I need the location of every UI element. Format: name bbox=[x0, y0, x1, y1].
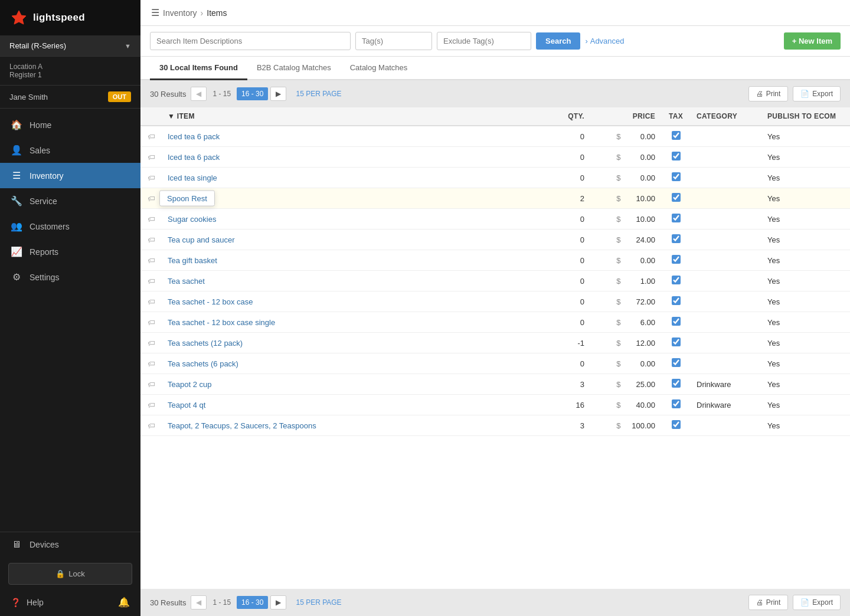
row-tax[interactable] bbox=[661, 415, 691, 436]
row-tax[interactable] bbox=[661, 147, 691, 168]
row-publish: Yes bbox=[761, 147, 850, 168]
prev-page-button[interactable]: ◀ bbox=[191, 87, 207, 101]
tab-local-items[interactable]: 30 Local Items Found bbox=[150, 57, 247, 80]
row-category bbox=[691, 230, 761, 250]
page-range-2[interactable]: 16 - 30 bbox=[237, 87, 268, 100]
inventory-icon: ☰ bbox=[11, 170, 22, 181]
sidebar-item-devices[interactable]: 🖥 Devices bbox=[0, 532, 140, 557]
tax-checkbox[interactable] bbox=[672, 296, 681, 305]
new-item-button[interactable]: + New Item bbox=[784, 32, 841, 50]
exclude-tags-input[interactable] bbox=[437, 32, 531, 50]
item-link[interactable]: Tea sachet - 12 box case bbox=[168, 297, 253, 306]
row-tax[interactable] bbox=[661, 250, 691, 271]
customers-icon: 👥 bbox=[11, 221, 22, 232]
row-tax[interactable] bbox=[661, 333, 691, 353]
item-link[interactable]: Tea gift basket bbox=[168, 256, 217, 265]
next-page-button-bottom[interactable]: ▶ bbox=[270, 595, 286, 610]
print-button[interactable]: 🖨 Print bbox=[748, 86, 789, 101]
row-tax[interactable] bbox=[661, 374, 691, 395]
tax-checkbox[interactable] bbox=[672, 193, 681, 202]
print-button-bottom[interactable]: 🖨 Print bbox=[748, 595, 789, 610]
tax-checkbox[interactable] bbox=[672, 420, 681, 429]
results-count-bottom: 30 Results bbox=[150, 598, 186, 607]
row-tax[interactable] bbox=[661, 188, 691, 209]
row-tax[interactable] bbox=[661, 126, 691, 147]
item-link[interactable]: Iced tea single bbox=[168, 173, 217, 182]
tax-checkbox[interactable] bbox=[672, 358, 681, 367]
top-bar: ☰ Inventory › Items bbox=[140, 0, 850, 26]
row-price: $ 25.00 bbox=[590, 374, 661, 395]
devices-icon: 🖥 bbox=[11, 539, 22, 550]
tax-checkbox[interactable] bbox=[672, 379, 681, 388]
advanced-link[interactable]: › Advanced bbox=[585, 37, 624, 45]
tax-checkbox[interactable] bbox=[672, 172, 681, 181]
item-link[interactable]: Teapot, 2 Teacups, 2 Saucers, 2 Teaspoon… bbox=[168, 421, 316, 430]
item-link[interactable]: Iced tea 6 pack bbox=[168, 153, 220, 162]
sidebar-item-inventory[interactable]: ☰ Inventory bbox=[0, 163, 140, 188]
row-tax[interactable] bbox=[661, 395, 691, 415]
row-item-name: Teapot, 2 Teacups, 2 Saucers, 2 Teaspoon… bbox=[162, 415, 543, 436]
sidebar-item-settings[interactable]: ⚙ Settings bbox=[0, 264, 140, 290]
item-link[interactable]: Tea sachets (6 pack) bbox=[168, 359, 238, 368]
row-tax[interactable] bbox=[661, 168, 691, 188]
sidebar-item-sales[interactable]: 👤 Sales bbox=[0, 137, 140, 163]
reports-icon: 📈 bbox=[11, 246, 22, 257]
item-link[interactable]: Iced tea 6 pack bbox=[168, 132, 220, 141]
export-button-bottom[interactable]: 📄 Export bbox=[793, 595, 841, 610]
item-link[interactable]: Teapot 4 qt bbox=[168, 401, 205, 409]
item-link[interactable]: Tea sachet bbox=[168, 277, 205, 286]
item-link[interactable]: Sugar cookies bbox=[168, 215, 216, 224]
per-page-selector[interactable]: 15 PER PAGE bbox=[291, 87, 346, 100]
page-range-1[interactable]: 1 - 15 bbox=[209, 87, 234, 100]
row-tax[interactable] bbox=[661, 312, 691, 333]
tax-checkbox[interactable] bbox=[672, 276, 681, 284]
search-input[interactable] bbox=[150, 32, 351, 50]
row-tax[interactable] bbox=[661, 271, 691, 291]
sidebar-item-customers[interactable]: 👥 Customers bbox=[0, 214, 140, 239]
tax-checkbox[interactable] bbox=[672, 317, 681, 326]
breadcrumb-section[interactable]: Inventory bbox=[163, 8, 197, 18]
page-range-2-bottom[interactable]: 16 - 30 bbox=[237, 596, 268, 609]
sidebar-item-service[interactable]: 🔧 Service bbox=[0, 188, 140, 214]
row-tax[interactable] bbox=[661, 230, 691, 250]
item-link[interactable]: Tea sachet - 12 box case single bbox=[168, 318, 275, 327]
store-selector[interactable]: Retail (R-Series) ▼ bbox=[0, 35, 140, 57]
per-page-selector-bottom[interactable]: 15 PER PAGE bbox=[291, 596, 346, 609]
tax-checkbox[interactable] bbox=[672, 234, 681, 243]
tax-checkbox[interactable] bbox=[672, 399, 681, 408]
sidebar-item-reports[interactable]: 📈 Reports bbox=[0, 239, 140, 264]
tax-checkbox[interactable] bbox=[672, 152, 681, 160]
search-button[interactable]: Search bbox=[536, 32, 580, 50]
tax-checkbox[interactable] bbox=[672, 214, 681, 222]
sidebar-item-home[interactable]: 🏠 Home bbox=[0, 112, 140, 137]
row-tag-icon: 🏷 bbox=[140, 333, 162, 353]
item-link[interactable]: Tea sachets (12 pack) bbox=[168, 339, 243, 348]
lock-button[interactable]: 🔒 Lock bbox=[8, 563, 132, 585]
help-button[interactable]: ❓ Help bbox=[11, 598, 44, 607]
tab-b2b-catalog[interactable]: B2B Catalog Matches bbox=[247, 57, 341, 80]
tab-catalog-matches[interactable]: Catalog Matches bbox=[341, 57, 417, 80]
row-publish: Yes bbox=[761, 291, 850, 312]
tags-input[interactable] bbox=[355, 32, 432, 50]
row-category: Drinkware bbox=[691, 374, 761, 395]
row-qty: 0 bbox=[543, 250, 590, 271]
row-tag-icon: 🏷 bbox=[140, 147, 162, 168]
user-name[interactable]: Jane Smith bbox=[9, 93, 48, 101]
item-link[interactable]: Tea cup and saucer bbox=[168, 235, 234, 244]
export-button[interactable]: 📄 Export bbox=[793, 86, 841, 101]
next-page-button[interactable]: ▶ bbox=[270, 87, 286, 101]
tax-checkbox[interactable] bbox=[672, 255, 681, 264]
sidebar-item-label-reports: Reports bbox=[30, 247, 58, 257]
tax-checkbox[interactable] bbox=[672, 338, 681, 346]
notifications-bell-icon[interactable]: 🔔 bbox=[118, 597, 130, 608]
row-tax[interactable] bbox=[661, 291, 691, 312]
row-tag-icon: 🏷 bbox=[140, 271, 162, 291]
row-tax[interactable] bbox=[661, 209, 691, 230]
item-link[interactable]: Teapot 2 cup bbox=[168, 380, 211, 389]
sidebar-item-label-service: Service bbox=[30, 196, 57, 206]
col-item[interactable]: ▼ ITEM bbox=[162, 107, 543, 126]
prev-page-button-bottom[interactable]: ◀ bbox=[191, 595, 207, 610]
page-range-1-bottom[interactable]: 1 - 15 bbox=[209, 596, 234, 609]
row-tax[interactable] bbox=[661, 353, 691, 374]
tax-checkbox[interactable] bbox=[672, 131, 681, 140]
